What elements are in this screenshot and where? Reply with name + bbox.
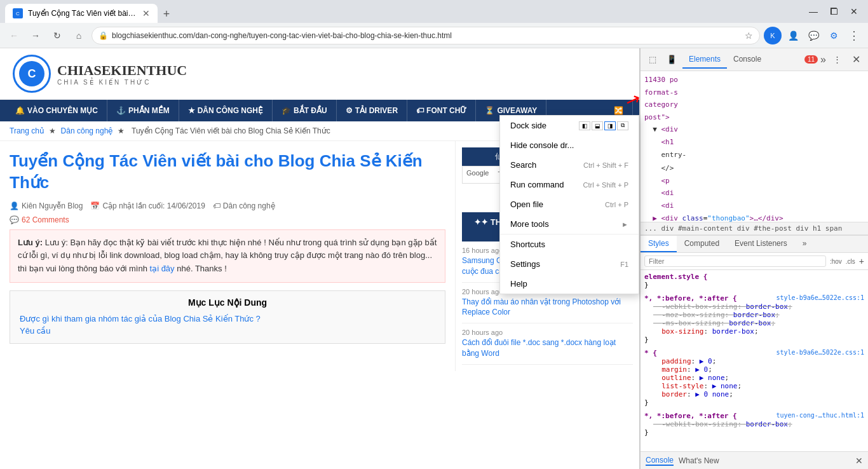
dt-prop-outline: outline: ▶ none; <box>644 374 864 382</box>
extension-icon-3[interactable]: ⚙ <box>825 27 843 44</box>
nav-item-tai-driver[interactable]: ⚙ TẢI DRIVER <box>337 100 407 121</box>
dt-line-12[interactable]: <di <box>644 200 864 212</box>
menu-item-settings[interactable]: Settings F1 <box>500 254 639 274</box>
dt-tab-styles[interactable]: Styles <box>641 236 677 252</box>
extension-icon-2[interactable]: 💬 <box>804 27 822 44</box>
menu-item-open-file[interactable]: Open file Ctrl + P <box>500 194 639 214</box>
new-tab-button[interactable]: + <box>158 5 175 23</box>
refresh-button[interactable]: ↻ <box>48 27 66 44</box>
dt-cls-button[interactable]: .cls <box>846 258 855 265</box>
dt-line-10[interactable]: <p <box>644 175 864 187</box>
tab-strip: C Tuyển Cộng Tác Viên viết bài cho... ✕ … <box>5 0 799 23</box>
recent-title-2[interactable]: Thay đổi màu áo nhân vật trong Photoshop… <box>462 297 633 318</box>
back-button[interactable]: ← <box>5 27 23 44</box>
dt-line-4[interactable]: post"> <box>644 111 864 124</box>
dt-inspect-icon[interactable]: ⬚ <box>644 51 661 68</box>
notice-link[interactable]: tại đây <box>150 264 175 273</box>
dt-selector-4: *, *:before, *:after { tuyen-cong-…thuc.… <box>644 412 864 420</box>
recent-item-3: 20 hours ago Cách đổi đuôi file *.doc sa… <box>462 329 633 365</box>
dt-content: 11430 po format-s category post"> ▼ <div… <box>641 71 868 469</box>
breadcrumb-category[interactable]: Dân công nghệ <box>61 126 113 135</box>
dt-line-1[interactable]: 11430 po <box>644 74 864 86</box>
toc-item-1[interactable]: Được gì khi tham gia nhóm tác giả của Bl… <box>20 313 435 325</box>
bookmark-icon[interactable]: ☆ <box>745 31 753 41</box>
post-comments: 💬 62 Comments <box>10 215 445 224</box>
lock-icon: 🔒 <box>98 31 108 40</box>
dt-add-rule-button[interactable]: + <box>859 256 864 266</box>
menu-item-hide-console[interactable]: Hide console dr... <box>500 135 639 155</box>
title-bar: C Tuyển Cộng Tác Viên viết bài cho... ✕ … <box>0 0 868 23</box>
menu-item-more-tools[interactable]: More tools ► <box>500 214 639 234</box>
menu-item-run-command[interactable]: Run command Ctrl + Shift + P <box>500 175 639 194</box>
dt-line-5[interactable]: ▼ <div <box>644 123 864 136</box>
toc-title: Mục Lục Nội Dung <box>20 297 435 308</box>
dt-tab-elements[interactable]: Elements <box>682 51 727 69</box>
breadcrumb-home[interactable]: Trang chủ <box>10 126 44 135</box>
console-badge: 11 <box>804 55 818 64</box>
dt-vertical-dots[interactable]: ⋮ <box>829 51 845 68</box>
console-close-button[interactable]: ✕ <box>855 456 863 466</box>
dt-elements-panel[interactable]: 11430 po format-s category post"> ▼ <div… <box>641 71 868 222</box>
menu-item-search[interactable]: Search Ctrl + Shift + F <box>500 155 639 175</box>
dock-separate-icon[interactable]: ⧉ <box>617 121 628 130</box>
dt-closing-1: } <box>644 281 864 289</box>
dt-tab-event-listeners[interactable]: Event Listeners <box>727 236 795 252</box>
dt-line-3[interactable]: category <box>644 99 864 111</box>
dt-line-11[interactable]: <di <box>644 187 864 200</box>
dt-filter-input[interactable] <box>644 255 826 267</box>
dt-line-13[interactable]: ▶ <div class="thongbao">…</div> <box>644 212 864 222</box>
dock-icons: ◧ ⬓ ◨ ⧉ <box>579 121 628 130</box>
nav-item-dan-cong-nghe[interactable]: ★ DÂN CÔNG NGHỆ <box>179 100 273 121</box>
nav-item-chuyen-muc[interactable]: 🔔 VÀO CHUYÊN MỤC <box>6 100 107 121</box>
nav-item-phan-mem[interactable]: ⚓ PHẦN MỀM <box>107 100 179 121</box>
recent-title-3[interactable]: Cách đổi đuôi file *.doc sang *.docx hàn… <box>462 337 633 359</box>
context-menu: Dock side ◧ ⬓ ◨ ⧉ Hide console dr... Sea… <box>499 115 639 294</box>
devtools-panel: ⬚ 📱 Elements Console 11 » ⋮ ✕ 11430 po f… <box>639 48 868 469</box>
dt-hov-button[interactable]: :hov <box>830 258 842 265</box>
forward-button[interactable]: → <box>27 27 44 44</box>
maximize-button[interactable]: ⧠ <box>825 3 843 20</box>
dock-right-icon[interactable]: ◨ <box>604 121 616 130</box>
dt-tab-more[interactable]: » <box>795 236 815 252</box>
browser-tab[interactable]: C Tuyển Cộng Tác Viên viết bài cho... ✕ <box>5 4 158 23</box>
tab-title: Tuyển Cộng Tác Viên viết bài cho... <box>28 9 137 18</box>
minimize-button[interactable]: — <box>804 3 822 20</box>
nav-item-bat-dau[interactable]: 🎓 BẮT ĐẦU <box>273 100 337 121</box>
close-button[interactable]: ✕ <box>845 3 863 20</box>
dt-breadcrumb: ... div #main-content div #the-post div … <box>641 222 868 235</box>
dock-bottom-icon[interactable]: ⬓ <box>592 121 603 130</box>
dt-line-2[interactable]: format-s <box>644 86 864 99</box>
dt-prop-padding: padding: ▶ 0; <box>644 357 864 365</box>
dt-tab-computed[interactable]: Computed <box>677 236 727 252</box>
dt-close-button[interactable]: ✕ <box>848 51 864 68</box>
menu-item-dock-side[interactable]: Dock side ◧ ⬓ ◨ ⧉ <box>500 116 639 135</box>
dt-prop-border: border: ▶ 0 none; <box>644 390 864 398</box>
logo-icon-inner: C <box>19 61 44 86</box>
menu-item-shortcuts[interactable]: Shortcuts <box>500 234 639 254</box>
post-author: 👤 Kiên Nguyễn Blog <box>10 201 83 210</box>
dock-left-icon[interactable]: ◧ <box>579 121 590 130</box>
home-button[interactable]: ⌂ <box>70 27 88 44</box>
dt-line-9[interactable]: </> <box>644 162 864 175</box>
dt-line-6[interactable]: <h1 <box>644 136 864 149</box>
extension-icon-1[interactable]: 👤 <box>784 27 802 44</box>
console-tab[interactable]: Console <box>646 456 674 466</box>
toc-item-2[interactable]: Yêu cầu <box>20 325 435 337</box>
logo-icon: C <box>13 55 51 93</box>
profile-button[interactable]: K <box>764 27 782 44</box>
address-bar[interactable]: 🔒 blogchiasekienthuc.com/dan-cong-nghe/t… <box>92 27 760 44</box>
dt-breadcrumb-text[interactable]: ... div #main-content div #the-post div … <box>644 224 842 233</box>
breadcrumb-sep2: ★ <box>118 126 125 135</box>
nav-item-font-chu[interactable]: 🏷 FONT CHỮ <box>407 100 476 121</box>
dt-mobile-icon[interactable]: 📱 <box>663 51 680 68</box>
dt-prop-webkit-box2: -webkit-box-sizing: border-box; <box>644 420 864 428</box>
dt-closing-3: } <box>644 398 864 407</box>
dt-more-icon[interactable]: » <box>820 54 826 65</box>
menu-item-help[interactable]: Help <box>500 274 639 294</box>
dt-line-7[interactable]: entry- <box>644 149 864 161</box>
chrome-menu-button[interactable]: ⋮ <box>845 27 863 44</box>
whatsnew-tab[interactable]: What's New <box>679 456 719 465</box>
dt-tab-console[interactable]: Console <box>727 51 768 69</box>
dt-styles-panel: Styles Computed Event Listeners » :hov .… <box>641 235 868 451</box>
tab-close-icon[interactable]: ✕ <box>142 8 150 18</box>
